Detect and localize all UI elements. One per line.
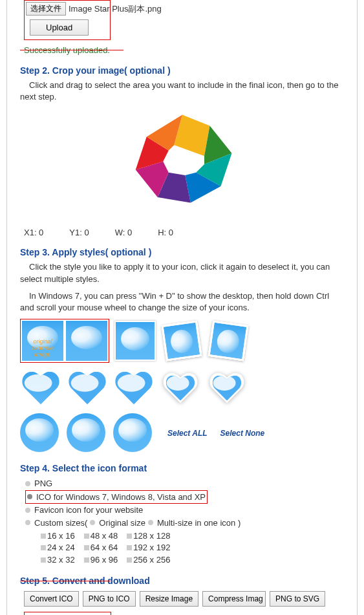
heart-icon: [206, 368, 248, 408]
svg-point-5: [118, 374, 145, 392]
style-heart-3[interactable]: [113, 368, 155, 408]
upload-button[interactable]: Upload: [30, 19, 89, 36]
size-96[interactable]: 96 x 96: [84, 554, 118, 566]
sizes-col-2: 48 x 48 64 x 64 96 x 96: [84, 530, 118, 566]
radio-icon: [25, 481, 30, 486]
format-list: PNG ICO for Windows 7, Windows 8, Vista …: [25, 477, 344, 566]
format-ico[interactable]: ICO for Windows 7, Windows 8, Vista and …: [27, 491, 206, 504]
style-polaroid-left[interactable]: [161, 321, 202, 361]
checkbox-icon: [41, 557, 46, 563]
format-favicon[interactable]: Favicon icon for your website: [25, 504, 344, 517]
style-grid: original example image: [20, 319, 344, 453]
chosen-filename: Image Star Plus副本.png: [69, 3, 162, 15]
style-heart-2[interactable]: [67, 368, 108, 408]
size-128[interactable]: 128 x 128: [127, 530, 170, 542]
select-none-link[interactable]: Select None: [220, 429, 265, 438]
style-heart-1[interactable]: [20, 368, 61, 408]
step5-title: Step 5. Convert and download: [20, 576, 344, 586]
svg-point-1: [25, 374, 52, 392]
main-content: 选择文件 Image Star Plus副本.png Upload Succes…: [6, 0, 358, 615]
style-polaroid-right[interactable]: [208, 321, 249, 361]
octagon-logo-icon: [127, 109, 237, 219]
radio-icon: [25, 520, 30, 525]
size-16[interactable]: 16 x 16: [41, 530, 75, 542]
crop-preview[interactable]: [20, 109, 344, 221]
format-png[interactable]: PNG: [25, 477, 344, 490]
format-png-label: PNG: [34, 477, 52, 490]
sizes-col-3: 128 x 128 192 x 192 256 x 256: [127, 530, 170, 566]
heart-icon: [160, 368, 201, 408]
png-to-svg-button[interactable]: PNG to SVG: [270, 591, 325, 607]
ico-redbox: ICO for Windows 7, Windows 8, Vista and …: [25, 490, 208, 504]
checkbox-icon: [127, 545, 132, 550]
step3-text1: Click the style you like to apply it to …: [20, 261, 344, 285]
style-heart-5[interactable]: [206, 368, 248, 408]
radio-icon: [148, 520, 153, 525]
style-circle-1[interactable]: [20, 413, 61, 453]
multi-size-label: Multi-size in one icon ): [157, 517, 241, 530]
red-strike-line: [20, 50, 123, 50]
style-original[interactable]: original example image: [22, 321, 63, 361]
heart-icon: [67, 368, 108, 408]
heart-icon: [113, 368, 155, 408]
convert-buttons: Convert ICO PNG to ICO Resize Image Comp…: [24, 591, 344, 607]
style-heart-4[interactable]: [160, 368, 201, 408]
radio-icon: [27, 494, 32, 499]
resize-image-button[interactable]: Resize Image: [140, 591, 198, 607]
format-custom-label: Custom sizes(: [34, 517, 87, 530]
select-all-link[interactable]: Select ALL: [167, 429, 208, 438]
step2-text: Click and drag to select the area you wa…: [20, 80, 344, 103]
style-row-2: [20, 368, 344, 408]
heart-icon: [20, 368, 61, 408]
step3-title: Step 3. Apply styles( optional ): [20, 247, 344, 257]
file-chooser: 选择文件 Image Star Plus副本.png: [26, 2, 162, 16]
step1-section: 选择文件 Image Star Plus副本.png Upload Succes…: [20, 0, 344, 56]
size-64[interactable]: 64 x 64: [84, 542, 118, 554]
step4-title: Step 4. Select the icon format: [20, 463, 344, 473]
orig-size-label: Original size: [99, 517, 145, 530]
compress-image-button[interactable]: Compress Imag: [202, 591, 266, 607]
step2-section: Step 2. Crop your image( optional ) Clic…: [20, 65, 344, 237]
coord-x1: X1: 0: [24, 228, 43, 237]
checkbox-icon: [127, 534, 132, 539]
svg-point-7: [167, 376, 189, 391]
convert-ico-button[interactable]: Convert ICO: [24, 591, 79, 607]
size-32[interactable]: 32 x 32: [41, 554, 75, 566]
style-row-1: original example image: [20, 319, 344, 363]
coord-h: H: 0: [158, 228, 173, 237]
sizes-grid: 16 x 16 24 x 24 32 x 32 48 x 48 64 x 64 …: [41, 530, 344, 566]
png-to-ico-button[interactable]: PNG to ICO: [83, 591, 136, 607]
choose-file-button[interactable]: 选择文件: [26, 2, 66, 16]
step3-text2: In Windows 7, you can press "Win + D" to…: [20, 290, 344, 314]
checkbox-icon: [127, 557, 132, 563]
step4-section: Step 4. Select the icon format PNG ICO f…: [20, 463, 344, 566]
format-ico-label: ICO for Windows 7, Windows 8, Vista and …: [36, 491, 206, 504]
coord-w: W: 0: [115, 228, 133, 237]
style-plain[interactable]: [66, 321, 107, 361]
style-circle-3[interactable]: [113, 413, 155, 453]
size-24[interactable]: 24 x 24: [41, 542, 75, 554]
crop-coords: X1: 0 Y1: 0 W: 0 H: 0: [24, 228, 344, 237]
format-custom[interactable]: Custom sizes( Original size Multi-size i…: [25, 517, 344, 530]
style-circle-2[interactable]: [67, 413, 108, 453]
download-row: Download your icon(s) Image Resizer & Op…: [24, 612, 344, 615]
style-bordered[interactable]: [114, 321, 156, 361]
download-redbox: Download your icon(s): [24, 612, 111, 615]
radio-icon: [25, 508, 30, 513]
format-favicon-label: Favicon icon for your website: [34, 504, 143, 517]
step5-section: Step 5. Convert and download Convert ICO…: [20, 576, 344, 615]
sizes-col-1: 16 x 16 24 x 24 32 x 32: [41, 530, 75, 566]
size-256[interactable]: 256 x 256: [127, 554, 170, 566]
size-48[interactable]: 48 x 48: [84, 530, 118, 542]
checkbox-icon: [41, 534, 46, 539]
radio-icon: [90, 520, 95, 525]
size-192[interactable]: 192 x 192: [127, 542, 170, 554]
style-row-3: Select ALL Select None: [20, 413, 344, 453]
original-label: original example image: [22, 339, 63, 358]
step3-section: Step 3. Apply styles( optional ) Click t…: [20, 247, 344, 453]
selected-styles-box: original example image: [20, 319, 109, 363]
step2-title: Step 2. Crop your image( optional ): [20, 65, 344, 76]
svg-point-3: [71, 374, 99, 392]
upload-redbox: 选择文件 Image Star Plus副本.png Upload: [24, 0, 111, 40]
checkbox-icon: [84, 545, 89, 550]
